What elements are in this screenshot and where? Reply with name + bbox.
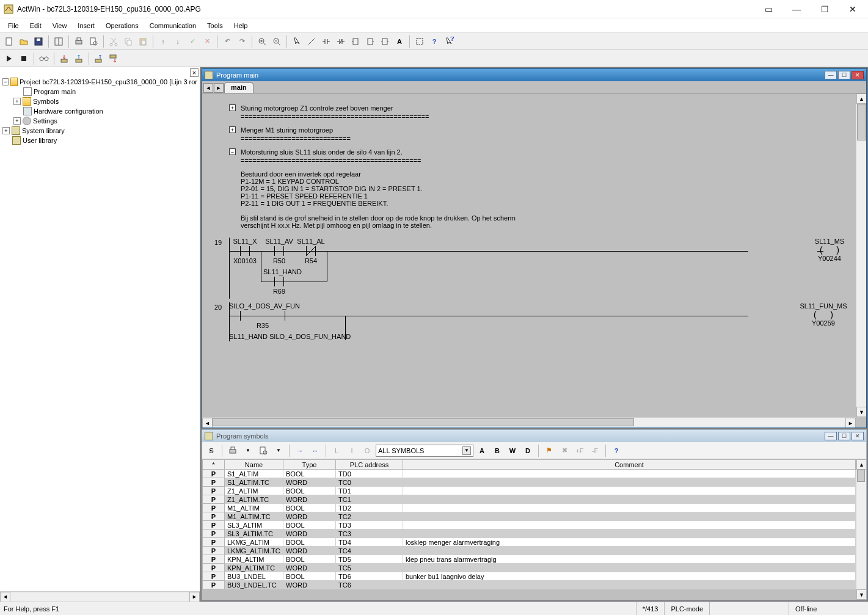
tab-next-icon[interactable]: ► [214,83,224,93]
sort-asc-icon[interactable] [92,52,106,65]
print-icon[interactable] [72,35,86,48]
coil-sl11-ms[interactable]: SL11_MS () Y00244 [811,238,848,262]
zoom-out-icon[interactable] [270,35,283,48]
subwindow-titlebar[interactable]: Program symbols — ☐ ✕ [202,430,866,442]
tree-expand-icon[interactable]: + [13,98,21,105]
type-W-button[interactable]: W [506,444,519,457]
col-name[interactable]: Name [225,460,283,470]
scroll-down-icon[interactable]: ▼ [856,589,866,600]
row-comment[interactable]: bunker bu1 laagnivo delay [403,572,856,581]
row-name[interactable]: LKMG_ALTIM.TC [225,547,283,555]
plus-f-icon[interactable]: +F [573,444,586,457]
copy-icon[interactable] [122,35,135,48]
row-addr[interactable]: TC0 [336,478,403,487]
scroll-up-icon[interactable]: ▲ [856,93,866,104]
row-name[interactable]: KPN_ALTIM.TC [225,564,283,572]
table-row[interactable]: PS1_ALTIM.TCWORDTC0 [203,478,856,487]
symbols-vscrollbar[interactable]: ▲ ▼ [856,459,866,600]
row-name[interactable]: SL3_ALTIM [225,521,283,529]
filter-O-button[interactable]: O [360,444,374,457]
table-row[interactable]: PSL3_ALTIM.TCWORDTC3 [203,529,856,538]
rung-expand-icon[interactable]: + [229,126,236,133]
glasses-icon[interactable] [37,52,51,65]
scroll-right-icon[interactable]: ► [845,418,856,428]
row-type[interactable]: WORD [283,495,336,504]
table-row[interactable]: PS1_ALTIMBOOLTD0 [203,470,856,478]
redo-icon[interactable]: ↷ [235,35,249,48]
row-comment[interactable] [403,487,856,495]
scroll-right-icon[interactable]: ► [189,592,200,602]
row-name[interactable]: BU3_LNDEL.TC [225,581,283,589]
row-type[interactable]: WORD [283,478,336,487]
dropdown-icon[interactable]: ▼ [241,444,255,457]
ladder-vscrollbar[interactable]: ▲ ▼ [856,93,866,417]
table-row[interactable]: PZ1_ALTIMBOOLTD1 [203,487,856,495]
row-name[interactable]: Z1_ALTIM.TC [225,495,283,504]
rung-collapse-icon[interactable]: − [229,148,236,155]
row-type[interactable]: BOOL [283,555,336,564]
row-comment[interactable] [403,495,856,504]
row-name[interactable]: SL3_ALTIM.TC [225,529,283,538]
draw-line-icon[interactable] [305,35,318,48]
scroll-thumb[interactable] [213,418,634,426]
row-name[interactable]: S1_ALTIM [225,470,283,478]
row-addr[interactable]: TC6 [336,581,403,589]
tab-prev-icon[interactable]: ◄ [203,83,213,93]
contact-nc-icon[interactable] [334,35,348,48]
save-icon[interactable] [32,35,45,48]
row-addr[interactable]: TD3 [336,521,403,529]
block-bracket-right-icon[interactable] [363,35,377,48]
row-comment[interactable] [403,529,856,538]
sidebar-hscrollbar[interactable]: ◄ ► [0,591,200,602]
context-help-icon[interactable]: ? [442,35,456,48]
row-type[interactable]: WORD [283,512,336,521]
subwindow-close-icon[interactable]: ✕ [852,432,864,440]
undo-icon[interactable]: ↶ [221,35,234,48]
subwindow-maximize-icon[interactable]: ☐ [838,71,850,79]
titlebar-extra-button[interactable]: ▭ [754,0,782,18]
table-row[interactable]: PKPN_ALTIMBOOLTD5klep pneu trans alarmve… [203,555,856,564]
play-icon[interactable] [2,52,16,65]
row-name[interactable]: S1_ALTIM.TC [225,478,283,487]
tree-sys-library[interactable]: System library [22,127,65,134]
row-type[interactable]: BOOL [283,538,336,547]
project-tree[interactable]: −Project bc72L3-120319-EH150_cpu316_0000… [0,67,200,591]
new-file-icon[interactable] [2,35,16,48]
row-addr[interactable]: TD2 [336,504,403,512]
symbols-grid[interactable]: * Name Type PLC address Comment PS1_ALTI… [202,459,856,600]
print-preview-icon[interactable] [257,444,270,457]
print-preview-icon[interactable] [87,35,100,48]
tree-user-library[interactable]: User library [23,137,57,144]
table-row[interactable]: PBU3_LNDELBOOLTD6bunker bu1 laagnivo del… [203,572,856,581]
col-star[interactable]: * [203,460,225,470]
row-name[interactable]: LKMG_ALTIM [225,538,283,547]
col-addr[interactable]: PLC address [336,460,403,470]
row-type[interactable]: BOOL [283,572,336,581]
row-comment[interactable] [403,470,856,478]
row-name[interactable]: M1_ALTIM.TC [225,512,283,521]
scroll-left-icon[interactable]: ◄ [202,418,213,428]
coil-sl11-fun-ms[interactable]: SL11_FUN_MS () Y00259 [799,302,848,327]
contact-no-icon[interactable] [319,35,333,48]
row-addr[interactable]: TC1 [336,495,403,504]
table-row[interactable]: PLKMG_ALTIM.TCWORDTC4 [203,547,856,555]
menu-communication[interactable]: Communication [144,20,202,31]
row-addr[interactable]: TD5 [336,555,403,564]
tree-hw-config[interactable]: Hardware configuration [34,107,103,115]
subwindow-minimize-icon[interactable]: — [825,71,837,79]
col-comment[interactable]: Comment [403,460,856,470]
row-type[interactable]: BOOL [283,487,336,495]
row-type[interactable]: BOOL [283,470,336,478]
row-comment[interactable] [403,547,856,555]
ladder-hscrollbar[interactable]: ◄ ► [202,417,856,428]
row-comment[interactable] [403,564,856,572]
row-type[interactable]: WORD [283,581,336,589]
scroll-left-icon[interactable]: ◄ [0,592,10,602]
row-addr[interactable]: TD4 [336,538,403,547]
row-comment[interactable] [403,512,856,521]
minus-f-icon[interactable]: -F [588,444,602,457]
download-icon[interactable] [57,52,71,65]
block-both-icon[interactable] [378,35,392,48]
open-file-icon[interactable] [17,35,31,48]
flag-plus-icon[interactable]: ⚑ [542,444,556,457]
